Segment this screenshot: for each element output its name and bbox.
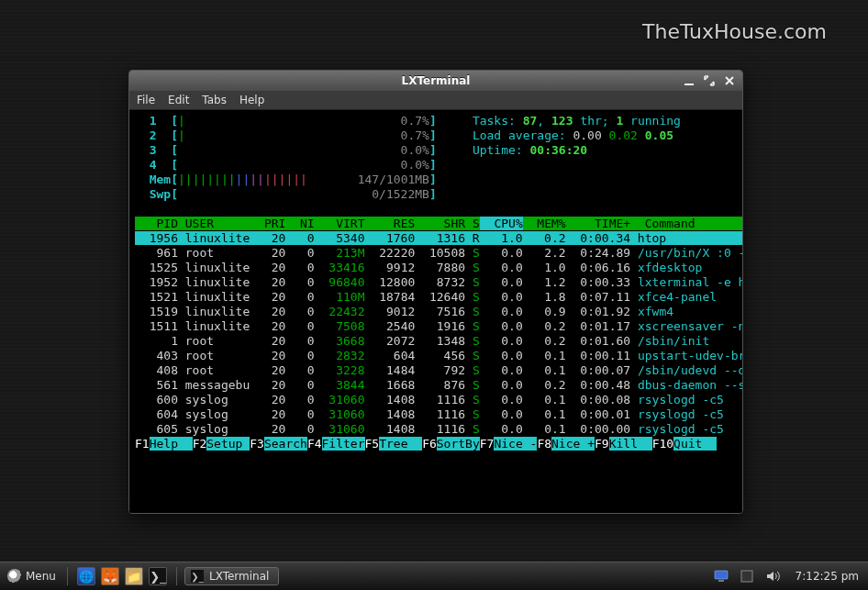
svg-rect-1 — [715, 571, 728, 579]
svg-rect-3 — [741, 571, 752, 582]
window-menubar: File Edit Tabs Help — [129, 91, 742, 110]
system-tray: 7:12:25 pm — [705, 569, 868, 584]
maximize-icon — [704, 75, 715, 86]
menu-tabs[interactable]: Tabs — [202, 94, 227, 106]
minimize-icon — [684, 75, 695, 86]
terminal-launcher-icon[interactable]: ❯_ — [149, 567, 167, 585]
taskbar-task-lxterminal[interactable]: ❯_ LXTerminal — [184, 567, 279, 585]
file-manager-icon[interactable]: 📁 — [125, 567, 143, 585]
distro-logo-icon — [7, 569, 22, 584]
speaker-icon — [765, 569, 780, 584]
taskbar-task-label: LXTerminal — [209, 570, 269, 583]
taskbar-separator — [67, 567, 68, 585]
menu-edit[interactable]: Edit — [168, 94, 189, 106]
svg-rect-0 — [684, 83, 694, 85]
taskbar: Menu 🌐 🦊 📁 ❯_ ❯_ LXTerminal 7:12:25 pm — [0, 562, 868, 590]
browser-globe-icon[interactable]: 🌐 — [77, 567, 95, 585]
close-button[interactable] — [722, 73, 737, 88]
clock[interactable]: 7:12:25 pm — [791, 570, 859, 583]
maximize-button[interactable] — [702, 73, 717, 88]
watermark-text: TheTuxHouse.com — [642, 20, 827, 43]
taskbar-separator — [176, 567, 177, 585]
square-icon — [740, 569, 754, 584]
terminal-window: LXTerminal File Edit Tabs Help 1 [| 0.7%… — [128, 70, 743, 514]
minimize-button[interactable] — [682, 73, 696, 88]
quick-launch: 🌐 🦊 📁 ❯_ — [72, 567, 172, 585]
monitor-icon — [714, 569, 729, 584]
display-icon[interactable] — [714, 569, 729, 584]
menu-help[interactable]: Help — [239, 94, 264, 106]
start-menu-button[interactable]: Menu — [0, 562, 63, 590]
window-titlebar[interactable]: LXTerminal — [129, 71, 742, 91]
svg-rect-2 — [718, 580, 724, 582]
firefox-icon[interactable]: 🦊 — [101, 567, 119, 585]
tray-app-icon[interactable] — [740, 569, 754, 584]
close-icon — [724, 75, 735, 86]
terminal-icon: ❯_ — [191, 570, 204, 583]
terminal-content[interactable]: 1 [| 0.7%] Tasks: 87, 123 thr; 1 running… — [129, 110, 742, 513]
start-menu-label: Menu — [26, 570, 56, 583]
window-title: LXTerminal — [402, 74, 471, 87]
volume-icon[interactable] — [765, 569, 780, 584]
menu-file[interactable]: File — [137, 94, 155, 106]
